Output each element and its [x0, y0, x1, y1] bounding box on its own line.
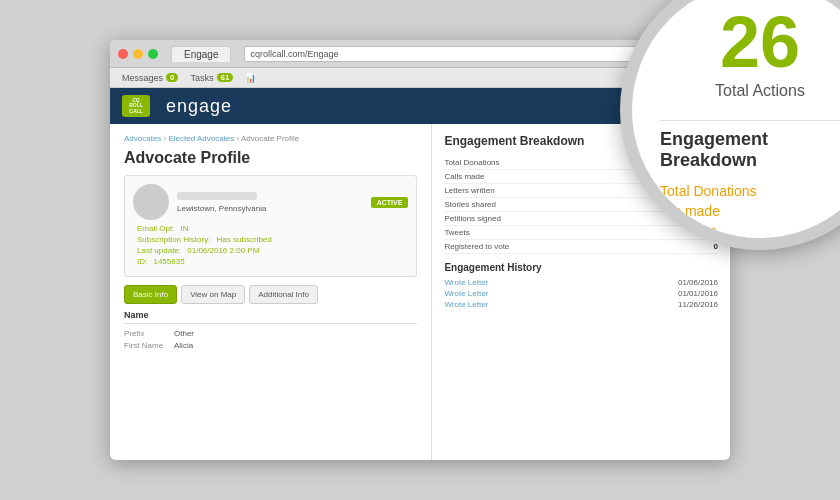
bar-chart-icon: 📊 — [245, 73, 256, 83]
app-title: engage — [166, 96, 232, 117]
subscription-row: Subscription History: Has subscribed — [133, 235, 408, 244]
first-name-row: First Name Alicia — [124, 341, 417, 350]
profile-info: Lewistown, Pennsylvania — [177, 192, 363, 213]
table-row: Registered to vote 0 — [444, 240, 718, 254]
logo: CQ ROLL CALL — [122, 95, 150, 117]
breadcrumb-current: Advocate Profile — [241, 134, 299, 143]
profile-location: Lewistown, Pennsylvania — [177, 204, 363, 213]
total-actions-label: Total Actions — [660, 82, 840, 100]
outer-wrapper: Engage cqrollcall.com/Engage Messages 0 … — [0, 0, 840, 500]
prefix-row: Prefix Other — [124, 329, 417, 338]
list-item: Wrote Letter 11/26/2016 — [444, 299, 718, 310]
action-buttons: Basic Info View on Map Additional Info — [124, 285, 417, 304]
minimize-dot[interactable] — [133, 49, 143, 59]
magnifier-breakdown-title: Engagement Breakdown — [660, 129, 840, 171]
list-item: Wrote Letter 01/01/2016 — [444, 288, 718, 299]
magnifier-item-2: alls made — [660, 203, 840, 219]
left-panel: Advocates › Elected Advocates › Advocate… — [110, 124, 432, 460]
breadcrumb-elected[interactable]: Elected Advocates — [168, 134, 234, 143]
history-section-title: Engagement History — [444, 262, 718, 273]
browser-tab[interactable]: Engage — [171, 46, 231, 62]
status-badge: ACTIVE — [371, 197, 409, 208]
table-row: Tweets 0 — [444, 226, 718, 240]
messages-count: 0 — [166, 73, 178, 82]
email-opt-row: Email Opt: IN — [133, 224, 408, 233]
additional-info-button[interactable]: Additional Info — [249, 285, 318, 304]
profile-name-placeholder — [177, 192, 257, 200]
magnifier-item-1: Total Donations — [660, 183, 840, 199]
view-on-map-button[interactable]: View on Map — [181, 285, 245, 304]
maximize-dot[interactable] — [148, 49, 158, 59]
messages-item[interactable]: Messages 0 — [122, 73, 178, 83]
id-row: ID: 1455835 — [133, 257, 408, 266]
list-item: Wrote Letter 01/06/2016 — [444, 277, 718, 288]
total-actions-number: 26 — [660, 6, 840, 78]
last-update-row: Last update: 01/06/2016 2:00 PM — [133, 246, 408, 255]
avatar — [133, 184, 169, 220]
tasks-item[interactable]: Tasks 61 — [190, 73, 233, 83]
close-dot[interactable] — [118, 49, 128, 59]
profile-card: Lewistown, Pennsylvania ACTIVE Email Opt… — [124, 175, 417, 277]
breadcrumb-advocates[interactable]: Advocates — [124, 134, 161, 143]
basic-info-button[interactable]: Basic Info — [124, 285, 177, 304]
name-section-title: Name — [124, 310, 417, 324]
page-title: Advocate Profile — [124, 149, 417, 167]
tasks-count: 61 — [217, 73, 234, 82]
breadcrumb: Advocates › Elected Advocates › Advocate… — [124, 134, 417, 143]
